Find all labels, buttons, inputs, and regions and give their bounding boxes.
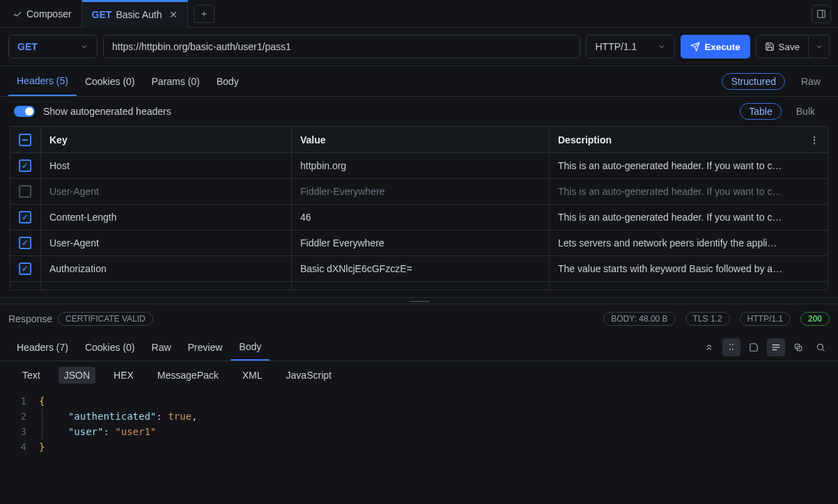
close-icon[interactable]: ✕: [169, 9, 178, 20]
json-key: "authenticated": [68, 411, 156, 422]
table-row[interactable]: User-Agent Fiddler-Everywhere This is an…: [10, 178, 828, 204]
search-icon[interactable]: [812, 338, 830, 356]
col-desc: Description: [558, 134, 612, 145]
format-json[interactable]: JSON: [59, 367, 95, 384]
col-value: Value: [300, 134, 326, 145]
bulk-view-toggle[interactable]: Bulk: [787, 103, 824, 120]
autogen-switch[interactable]: [14, 106, 35, 117]
cell-key: Content-Length: [49, 212, 117, 223]
http-version-value: HTTP/1.1: [595, 41, 637, 52]
tab-method: GET: [92, 9, 112, 20]
resp-tab-preview[interactable]: Preview: [180, 333, 231, 361]
cell-value: 46: [300, 212, 311, 223]
json-viewer[interactable]: 1{ 2​ "authenticated": true, 3​ "user": …: [0, 389, 838, 459]
table-row-empty[interactable]: [10, 281, 828, 290]
headers-table: Key Value Description ⋮ Host httpbin.org…: [10, 126, 828, 290]
autogen-label: Show autogenerated headers: [43, 106, 171, 117]
table-view-toggle[interactable]: Table: [740, 103, 781, 120]
url-input[interactable]: [103, 35, 580, 58]
http-version-select[interactable]: HTTP/1.1: [586, 35, 675, 58]
response-header: Response CERTIFICATE VALID BODY: 48.00 B…: [0, 304, 838, 333]
json-key: "user": [68, 426, 104, 437]
tab-params[interactable]: Params (0): [143, 66, 208, 96]
cell-value: Fiddler-Everywhere: [300, 186, 385, 197]
method-select[interactable]: GET: [8, 35, 98, 58]
cert-badge: CERTIFICATE VALID: [58, 312, 153, 326]
save-split-button[interactable]: [809, 35, 830, 58]
composer-tab-label: Composer: [26, 8, 72, 19]
format-msgpack[interactable]: MessagePack: [152, 367, 224, 384]
copy-icon[interactable]: [789, 338, 807, 356]
format-tabs: Text JSON HEX MessagePack XML JavaScript: [0, 361, 838, 389]
row-checkbox[interactable]: [19, 185, 31, 198]
row-checkbox[interactable]: [19, 159, 31, 172]
resp-tab-headers[interactable]: Headers (7): [8, 333, 77, 361]
wrap-icon[interactable]: [767, 338, 785, 356]
cell-value: Fiddler Everywhere: [300, 237, 385, 249]
execute-label: Execute: [704, 42, 740, 52]
table-row[interactable]: Content-Length 46 This is an auto-genera…: [10, 204, 828, 230]
format-hex[interactable]: HEX: [108, 367, 139, 384]
format-js[interactable]: JavaScript: [281, 367, 337, 384]
new-tab-button[interactable]: ＋: [194, 5, 215, 23]
resp-tab-raw[interactable]: Raw: [143, 333, 180, 361]
chevron-down-icon: [658, 42, 666, 51]
row-checkbox[interactable]: [19, 211, 31, 223]
collapse-icon[interactable]: [700, 338, 718, 356]
json-value: true: [168, 411, 192, 422]
tab-body[interactable]: Body: [208, 66, 247, 96]
chevron-down-icon: [80, 42, 88, 51]
json-value: "user1": [115, 426, 156, 437]
cell-desc: This is an auto-generated header. If you…: [558, 212, 782, 223]
row-checkbox[interactable]: [19, 262, 31, 275]
cell-key: Host: [49, 160, 70, 171]
cell-desc: Lets servers and network peers identify …: [558, 237, 777, 249]
resp-tab-body[interactable]: Body: [231, 333, 270, 361]
response-tabs: Headers (7) Cookies (0) Raw Preview Body: [0, 333, 838, 361]
format-text[interactable]: Text: [17, 367, 46, 384]
tab-strip: Composer GET Basic Auth ✕ ＋: [0, 0, 838, 28]
http-badge: HTTP/1.1: [740, 312, 791, 326]
select-all-checkbox[interactable]: [19, 134, 31, 146]
switch-row: Show autogenerated headers Table Bulk: [0, 97, 838, 126]
table-row[interactable]: Authorization Basic dXNlcjE6cGFzczE= The…: [10, 255, 828, 281]
save-body-icon[interactable]: [745, 338, 763, 356]
table-header-row: Key Value Description ⋮: [10, 127, 828, 152]
splitter[interactable]: [0, 297, 838, 304]
panel-layout-icon[interactable]: [812, 5, 831, 23]
resp-tab-cookies[interactable]: Cookies (0): [77, 333, 143, 361]
cell-value: Basic dXNlcjE6cGFzczE=: [300, 263, 412, 274]
raw-toggle[interactable]: Raw: [792, 73, 830, 90]
tab-cookies[interactable]: Cookies (0): [77, 66, 143, 96]
format-icon[interactable]: [722, 338, 740, 356]
request-tab[interactable]: GET Basic Auth ✕: [82, 0, 188, 28]
cell-key: User-Agent: [49, 237, 99, 249]
save-icon: [765, 42, 775, 52]
execute-button[interactable]: Execute: [681, 35, 750, 58]
svg-line-8: [823, 349, 825, 351]
cell-desc: The value starts with keyword Basic foll…: [558, 263, 782, 274]
composer-icon: [13, 9, 22, 19]
body-size-badge: BODY: 48.00 B: [603, 312, 675, 326]
cell-value: httpbin.org: [300, 160, 346, 171]
col-key: Key: [49, 134, 68, 145]
table-row[interactable]: User-Agent Fiddler Everywhere Lets serve…: [10, 230, 828, 255]
format-xml[interactable]: XML: [237, 367, 268, 384]
cell-desc: This is an auto-generated header. If you…: [558, 160, 782, 171]
more-icon[interactable]: ⋮: [809, 134, 819, 145]
response-title: Response: [8, 313, 52, 324]
cell-key: Authorization: [49, 263, 107, 274]
cell-key: User-Agent: [49, 186, 99, 197]
composer-tab[interactable]: Composer: [3, 0, 82, 28]
method-value: GET: [17, 41, 38, 52]
save-button[interactable]: Save: [756, 35, 809, 58]
svg-rect-0: [818, 10, 825, 17]
row-checkbox[interactable]: [19, 237, 31, 249]
tls-badge: TLS 1.2: [685, 312, 730, 326]
tab-headers[interactable]: Headers (5): [8, 66, 77, 96]
save-label: Save: [779, 42, 800, 52]
tab-title: Basic Auth: [116, 9, 162, 20]
table-row[interactable]: Host httpbin.org This is an auto-generat…: [10, 152, 828, 178]
status-badge: 200: [800, 312, 830, 326]
structured-toggle[interactable]: Structured: [722, 73, 785, 90]
